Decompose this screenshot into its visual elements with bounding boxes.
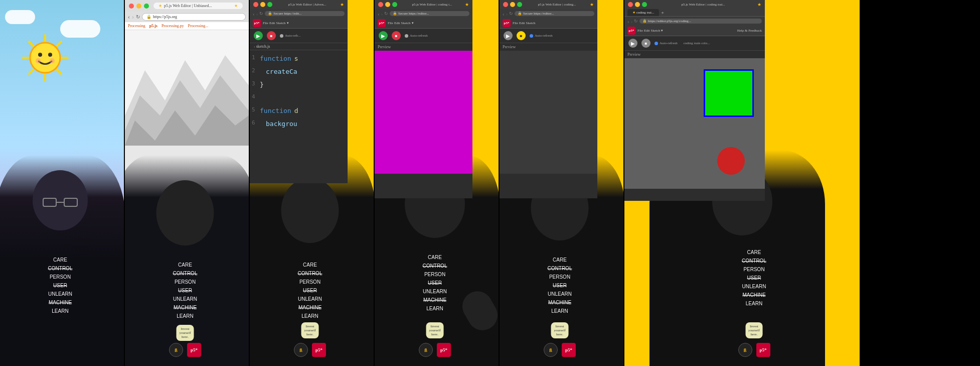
- dot-close-3[interactable]: [253, 2, 258, 7]
- dot-close-6[interactable]: [628, 2, 633, 7]
- menu-file-3[interactable]: File: [263, 21, 268, 25]
- dot-maximize-2[interactable]: [144, 4, 149, 9]
- svg-point-9: [38, 53, 42, 57]
- menu-help-6[interactable]: Help & Feedback: [737, 29, 762, 33]
- url-bar-5[interactable]: 🔒 Secure https://editor...: [515, 11, 594, 16]
- menu-more-4[interactable]: ▾: [412, 21, 414, 25]
- logo-b3-4: ß: [419, 343, 433, 357]
- p5-editor-5: p5.js Web Editor | coding... ★ ‹ › ↻ 🔒 S…: [500, 0, 597, 198]
- file-tab-3[interactable]: › sketch.js: [250, 43, 348, 50]
- dot-close-2[interactable]: [129, 4, 134, 9]
- dot-minimize-2[interactable]: [136, 4, 141, 9]
- play-button-3[interactable]: ▶: [254, 31, 263, 40]
- dot-min-5[interactable]: [510, 2, 515, 7]
- logo-p5-6: p5*: [756, 343, 770, 357]
- forward-icon-2[interactable]: ›: [132, 13, 134, 21]
- invest-bubble-5: Investyourselfhere.: [551, 322, 569, 338]
- stop-button-5[interactable]: ■: [517, 31, 526, 40]
- tab-bar-6: ★ coding trai... +: [624, 9, 765, 17]
- menu-edit-6[interactable]: Edit: [644, 29, 650, 33]
- menu-sketch-3[interactable]: Sketch: [276, 21, 286, 25]
- p5-editor-3: p5.js Web Editor | Adven... ★ ‹ › ↻ 🔒 Se…: [250, 0, 348, 183]
- dot-max-4[interactable]: [392, 2, 397, 7]
- star-fav-4[interactable]: ★: [465, 2, 469, 7]
- reload-6[interactable]: ↻: [634, 19, 638, 24]
- auto-refresh-5: Auto-refresh: [530, 34, 553, 38]
- fwd-5[interactable]: ›: [506, 11, 508, 17]
- dot-min-3[interactable]: [260, 2, 265, 7]
- star-fav-3[interactable]: ★: [340, 2, 344, 7]
- menu-edit-4[interactable]: Edit: [394, 21, 400, 25]
- url-bar-4[interactable]: 🔒 Secure https://editor...: [390, 11, 469, 16]
- back-3[interactable]: ‹: [253, 11, 255, 17]
- play-button-4[interactable]: ▶: [379, 31, 388, 40]
- star-fav-5[interactable]: ★: [590, 2, 594, 7]
- code-line-1: 1 function s: [252, 52, 346, 65]
- logo-b3-2: ß: [169, 343, 183, 357]
- address-bar-2: ‹ › ↻ 🔒 https://p5js.org: [125, 12, 249, 22]
- nav-processing-py[interactable]: Processing.py: [161, 24, 184, 28]
- svg-line-4: [29, 42, 34, 46]
- tab-active-6[interactable]: ★ coding trai...: [627, 9, 659, 16]
- dot-close-5[interactable]: [503, 2, 508, 7]
- stop-button-6[interactable]: ■: [641, 39, 650, 48]
- person-silhouette-1: CARE CONTROL PERSON USER UNLEARN MACHINE…: [0, 155, 124, 366]
- fwd-3[interactable]: ›: [256, 11, 258, 17]
- back-icon-2[interactable]: ‹: [128, 13, 130, 21]
- url-bar-3[interactable]: 🔒 Secure https://edit...: [265, 11, 345, 16]
- back-5[interactable]: ‹: [503, 11, 505, 17]
- tshirt-text-6: CARE CONTROL PERSON USER UNLEARN MACHINE…: [742, 248, 766, 308]
- reload-4[interactable]: ↻: [384, 11, 388, 16]
- code-area-3: 1 function s 2 createCa 3 } 4 5 function…: [250, 50, 348, 133]
- url-bar-6[interactable]: 🔒 https://editor.p5js.org/coding...: [639, 19, 762, 24]
- menu-sketch-6[interactable]: Sketch ▾: [651, 29, 664, 33]
- menu-file-4[interactable]: File: [388, 21, 393, 25]
- dot-max-5[interactable]: [517, 2, 522, 7]
- play-button-5[interactable]: ▶: [504, 31, 513, 40]
- menu-file-5[interactable]: File: [513, 21, 518, 25]
- back-4[interactable]: ‹: [378, 11, 380, 17]
- p5-editor-4: p5.js Web Editor | coding t... ★ ‹ › ↻ 🔒…: [375, 0, 472, 198]
- star-fav-6[interactable]: ★: [757, 2, 761, 7]
- play-button-6[interactable]: ▶: [628, 39, 637, 48]
- nav-processing[interactable]: Processing: [128, 24, 145, 28]
- menu-edit-3[interactable]: Edit: [269, 21, 275, 25]
- tshirt-text-3: CARE CONTROL PERSON USER UNLEARN MACHINE…: [298, 261, 322, 320]
- dot-min-6[interactable]: [635, 2, 640, 7]
- url-bar-2[interactable]: 🔒 https://p5js.org: [142, 13, 246, 21]
- secure-icon-2: 🔒: [146, 15, 151, 19]
- editor-toolbar-6: ▶ ■ Auto-refresh coding train colo...: [624, 36, 765, 51]
- logo-p5-3: p5*: [312, 343, 326, 357]
- dot-min-4[interactable]: [385, 2, 390, 7]
- menu-sketch-5[interactable]: Sketch: [526, 21, 536, 25]
- dot-max-3[interactable]: [267, 2, 272, 7]
- chevron-right-3: ›: [254, 44, 255, 49]
- new-tab-6[interactable]: +: [661, 10, 664, 16]
- editor-address-5: ‹ › ↻ 🔒 Secure https://editor...: [500, 9, 597, 18]
- fwd-4[interactable]: ›: [381, 11, 383, 17]
- back-6[interactable]: ‹: [627, 18, 629, 24]
- tab-title-2[interactable]: ★ p5.js Web Editor | Unbiased... ★: [153, 3, 243, 9]
- menu-sketch-4[interactable]: Sketch: [401, 21, 411, 25]
- menu-edit-5[interactable]: Edit: [519, 21, 525, 25]
- dot-max-6[interactable]: [642, 2, 647, 7]
- menu-file-6[interactable]: File: [637, 29, 643, 33]
- logos-bar-5: ß p5*: [544, 343, 576, 357]
- logo-p5-5: p5*: [562, 343, 576, 357]
- menu-more-3[interactable]: ▾: [287, 21, 289, 25]
- dot-close-4[interactable]: [378, 2, 383, 7]
- nav-p5js[interactable]: p5.js: [149, 24, 157, 28]
- fwd-6[interactable]: ›: [631, 18, 633, 24]
- stop-button-4[interactable]: ■: [392, 31, 401, 40]
- reload-5[interactable]: ↻: [509, 11, 513, 16]
- p5-logo-4: p5*: [378, 19, 386, 27]
- code-line-2: 2 createCa: [252, 65, 346, 78]
- logos-bar-2: ß p5*: [169, 343, 201, 357]
- panel-code-editor: p5.js Web Editor | Adven... ★ ‹ › ↻ 🔒 Se…: [250, 0, 374, 366]
- invest-bubble-4: Investyourselfhere.: [426, 322, 444, 338]
- person-area-2: CARE CONTROL PERSON USER UNLEARN MACHINE…: [125, 155, 249, 366]
- reload-icon-2[interactable]: ↻: [136, 14, 140, 20]
- stop-button-3[interactable]: ■: [267, 31, 276, 40]
- reload-3[interactable]: ↻: [259, 11, 263, 16]
- nav-processing-3[interactable]: Processing...: [188, 24, 209, 28]
